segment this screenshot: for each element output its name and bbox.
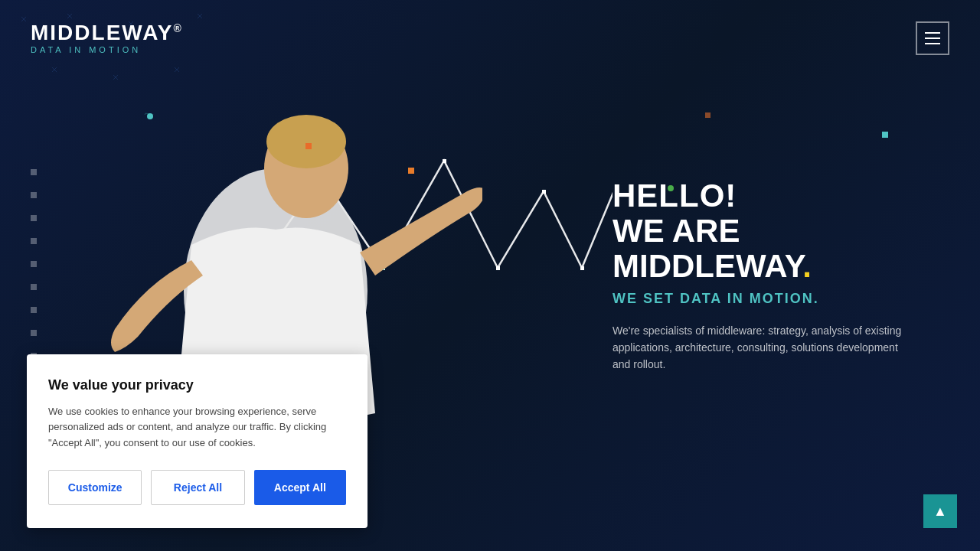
menu-line-2 [925, 37, 940, 39]
cookie-description: We use cookies to enhance your browsing … [48, 404, 346, 452]
header: MIDDLEWAY® DATA IN MOTION [0, 0, 980, 77]
accent-dot-blue2 [882, 132, 888, 138]
logo-name: MIDDLEWAY® [31, 22, 183, 44]
hero-description: We're specialists of middleware: strateg… [612, 321, 919, 373]
hero-we-are: WE ARE MIDDLEWAY. [612, 214, 919, 284]
menu-line-1 [925, 32, 940, 34]
reject-all-button[interactable]: Reject All [151, 470, 244, 505]
hero-heading: HELLO! WE ARE MIDDLEWAY. WE SET DATA IN … [612, 178, 919, 307]
accent-dot-orange2 [408, 168, 414, 174]
menu-line-3 [925, 43, 940, 44]
hero-section: HELLO! WE ARE MIDDLEWAY. WE SET DATA IN … [612, 178, 919, 373]
logo-tagline: DATA IN MOTION [31, 45, 183, 54]
accent-dot-blue [147, 113, 153, 119]
menu-button[interactable] [916, 21, 949, 55]
svg-point-195 [266, 115, 346, 168]
cookie-consent-banner: We value your privacy We use cookies to … [27, 354, 368, 528]
sidebar-dot-6[interactable] [31, 284, 37, 290]
cookie-title: We value your privacy [48, 377, 346, 393]
logo: MIDDLEWAY® DATA IN MOTION [31, 22, 183, 54]
cookie-buttons: Customize Reject All Accept All [48, 470, 346, 505]
scroll-to-top-button[interactable]: ▲ [923, 494, 957, 528]
sidebar-dot-2[interactable] [31, 192, 37, 198]
accept-all-button[interactable]: Accept All [254, 470, 346, 505]
sidebar-dot-4[interactable] [31, 238, 37, 244]
sidebar-dot-7[interactable] [31, 307, 37, 313]
hero-subtitle: WE SET DATA IN MOTION. [612, 290, 919, 306]
sidebar-dot-3[interactable] [31, 215, 37, 221]
sidebar-nav [31, 169, 37, 382]
accent-dot-orange [305, 143, 312, 149]
customize-button[interactable]: Customize [48, 470, 142, 505]
scroll-top-icon: ▲ [933, 504, 947, 520]
sidebar-dot-8[interactable] [31, 330, 37, 336]
accent-dot-orange3 [705, 112, 710, 118]
sidebar-dot-5[interactable] [31, 261, 37, 267]
sidebar-dot-1[interactable] [31, 169, 37, 175]
hero-hello: HELLO! [612, 178, 919, 214]
